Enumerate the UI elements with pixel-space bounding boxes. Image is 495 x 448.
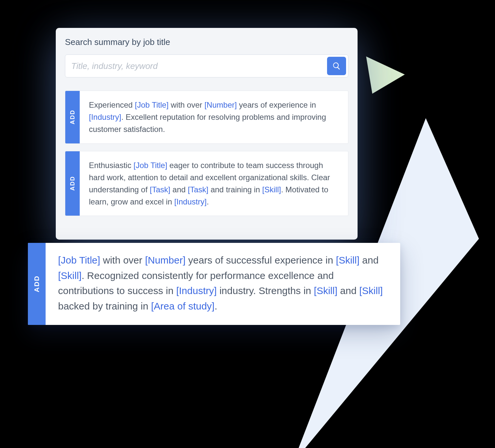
summary-card: ADD Experienced [Job Title] with over [N… xyxy=(65,91,348,144)
placeholder-token[interactable]: [Industry] xyxy=(89,113,121,121)
placeholder-token[interactable]: [Area of study] xyxy=(151,301,215,311)
placeholder-token[interactable]: [Job Title] xyxy=(135,100,169,109)
summary-text: Experienced [Job Title] with over [Numbe… xyxy=(80,91,348,143)
add-button[interactable]: ADD xyxy=(28,243,46,325)
text-run: years of successful experience in xyxy=(186,255,336,266)
text-run: Enthusiastic xyxy=(89,161,134,170)
search-button[interactable] xyxy=(327,57,346,75)
text-run: industry. Strengths in xyxy=(217,285,314,296)
placeholder-token[interactable]: [Skill] xyxy=(314,285,338,296)
summary-card: ADD Enthusiastic [Job Title] eager to co… xyxy=(65,151,348,216)
placeholder-token[interactable]: [Task] xyxy=(150,185,170,194)
summary-search-panel: Search summary by job title ADD Experien… xyxy=(56,28,358,240)
decorative-green-triangle xyxy=(353,56,405,103)
placeholder-token[interactable]: [Number] xyxy=(204,100,237,109)
summary-card-expanded: ADD [Job Title] with over [Number] years… xyxy=(28,243,400,325)
placeholder-token[interactable]: [Skill] xyxy=(359,285,383,296)
text-run: . xyxy=(215,301,217,311)
search-input[interactable] xyxy=(71,57,327,75)
placeholder-token[interactable]: [Job Title] xyxy=(134,161,167,170)
placeholder-token[interactable]: [Industry] xyxy=(174,197,207,206)
add-button[interactable]: ADD xyxy=(65,91,80,143)
placeholder-token[interactable]: [Skill] xyxy=(336,255,360,266)
panel-title: Search summary by job title xyxy=(65,37,348,47)
summary-text: [Job Title] with over [Number] years of … xyxy=(46,243,400,325)
add-button[interactable]: ADD xyxy=(65,151,80,216)
add-label: ADD xyxy=(33,275,41,292)
text-run: with over xyxy=(169,100,204,109)
text-run: and xyxy=(170,185,188,194)
text-run: and training in xyxy=(208,185,262,194)
text-run: . Excellent reputation for resolving pro… xyxy=(89,113,326,134)
text-run: years of experience in xyxy=(237,100,316,109)
text-run: . xyxy=(207,197,209,206)
placeholder-token[interactable]: [Industry] xyxy=(176,285,217,296)
search-row xyxy=(65,54,348,77)
text-run: and xyxy=(338,285,360,296)
add-label: ADD xyxy=(69,110,76,124)
placeholder-token[interactable]: [Number] xyxy=(145,255,185,266)
text-run: backed by training in xyxy=(58,301,151,311)
summary-text: Enthusiastic [Job Title] eager to contri… xyxy=(80,151,348,216)
text-run: with over xyxy=(100,255,145,266)
text-run: and xyxy=(360,255,379,266)
placeholder-token[interactable]: [Task] xyxy=(188,185,209,194)
placeholder-token[interactable]: [Job Title] xyxy=(58,255,100,266)
search-icon xyxy=(332,62,341,70)
placeholder-token[interactable]: [Skill] xyxy=(262,185,281,194)
add-label: ADD xyxy=(69,176,76,191)
placeholder-token[interactable]: [Skill] xyxy=(58,270,82,281)
text-run: Experienced xyxy=(89,100,135,109)
